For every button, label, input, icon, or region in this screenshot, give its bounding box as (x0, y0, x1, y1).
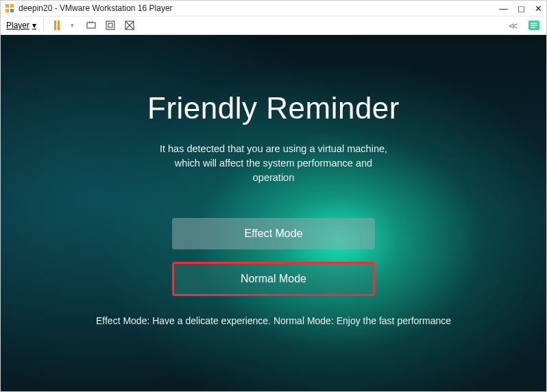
close-button[interactable]: ✕ (535, 4, 542, 13)
svg-rect-4 (87, 23, 95, 28)
pause-icon[interactable] (51, 19, 63, 32)
separator (43, 19, 44, 32)
window-title: deepin20 - VMware Workstation 16 Player (19, 3, 499, 13)
vmware-app-icon (5, 3, 14, 13)
pause-dropdown-icon[interactable]: ▾ (66, 19, 78, 32)
app-window: deepin20 - VMware Workstation 16 Player … (0, 0, 547, 392)
dialog-heading: Friendly Reminder (1, 91, 546, 125)
vm-display: Friendly Reminder It has detected that y… (1, 35, 546, 391)
svg-rect-2 (5, 9, 9, 12)
normal-mode-button[interactable]: Normal Mode (172, 262, 375, 296)
fullscreen-icon[interactable] (104, 19, 117, 32)
rewind-icon[interactable]: ≪ (507, 19, 520, 32)
dropdown-icon: ▾ (32, 21, 36, 30)
toolbar: Player ▾ ▾ ≪ (1, 16, 546, 35)
effect-mode-button[interactable]: Effect Mode (172, 218, 375, 249)
svg-rect-0 (5, 4, 9, 8)
unity-icon[interactable] (123, 19, 136, 32)
send-ctrl-alt-del-icon[interactable] (85, 19, 97, 32)
svg-rect-6 (108, 23, 112, 27)
minimize-button[interactable]: — (499, 4, 508, 13)
window-controls: — ◻ ✕ (499, 4, 542, 13)
svg-rect-1 (10, 4, 14, 8)
reminder-dialog: Friendly Reminder It has detected that y… (1, 91, 546, 326)
mode-hint: Effect Mode: Have a delicate experience.… (1, 315, 546, 326)
notes-icon[interactable] (527, 19, 541, 32)
player-menu-label: Player (6, 21, 29, 30)
maximize-button[interactable]: ◻ (518, 4, 525, 13)
player-menu[interactable]: Player ▾ (6, 21, 36, 30)
svg-rect-3 (10, 9, 14, 12)
titlebar: deepin20 - VMware Workstation 16 Player … (1, 1, 546, 16)
svg-rect-5 (106, 21, 114, 29)
dialog-description: It has detected that you are using a vir… (157, 142, 390, 185)
